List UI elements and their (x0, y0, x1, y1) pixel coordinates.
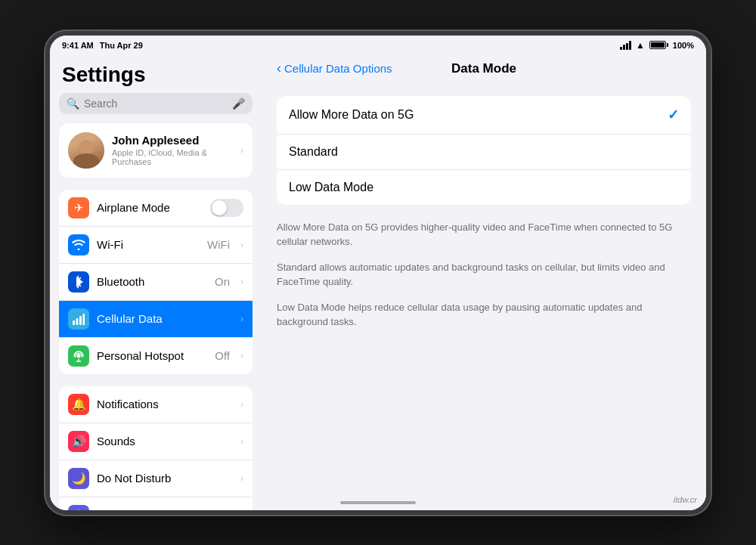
sidebar-item-personal-hotspot[interactable]: Personal Hotspot Off › (59, 338, 253, 374)
time-display: 9:41 AM (62, 41, 94, 50)
nav-title: Data Mode (451, 61, 516, 76)
hotspot-value: Off (215, 349, 230, 362)
description-standard: Standard allows automatic updates and ba… (277, 260, 691, 290)
profile-info: John Appleseed Apple ID, iCloud, Media &… (112, 134, 233, 166)
sidebar-item-screen-time[interactable]: ⏱ Screen Time › (59, 497, 253, 510)
description-standard-text: Standard allows automatic updates and ba… (277, 260, 691, 290)
wifi-chevron-icon: › (240, 240, 243, 250)
bluetooth-value: On (215, 275, 230, 288)
cellular-chevron-icon: › (240, 314, 243, 324)
search-input[interactable] (84, 98, 228, 110)
do-not-disturb-chevron-icon: › (240, 473, 243, 484)
status-left: 9:41 AM Thu Apr 29 (62, 41, 143, 50)
bluetooth-chevron-icon: › (240, 277, 243, 287)
wifi-icon (68, 234, 89, 255)
option-allow-more-5g[interactable]: Allow More Data on 5G ✓ (277, 96, 691, 135)
status-bar: 9:41 AM Thu Apr 29 ▲ 100% (50, 36, 706, 54)
search-bar[interactable]: 🔍 🎤 (59, 93, 253, 114)
airplane-mode-toggle[interactable] (210, 199, 243, 217)
side-button[interactable] (709, 149, 711, 194)
back-chevron-icon: ‹ (277, 60, 281, 76)
option-label-standard: Standard (289, 145, 679, 159)
profile-card[interactable]: John Appleseed Apple ID, iCloud, Media &… (59, 123, 253, 178)
bluetooth-icon (68, 271, 89, 293)
signal-icon (620, 41, 631, 50)
profile-chevron-icon: › (240, 145, 243, 156)
main-content: Settings 🔍 🎤 John Appleseed Apple ID, iC… (50, 54, 706, 510)
avatar (68, 132, 104, 169)
option-standard[interactable]: Standard (277, 135, 691, 170)
description-5g: Allow More Data on 5G provides higher-qu… (277, 220, 691, 249)
data-mode-options: Allow More Data on 5G ✓ Standard Low Dat… (277, 96, 691, 205)
sidebar-item-do-not-disturb[interactable]: 🌙 Do Not Disturb › (59, 460, 253, 497)
right-panel-content: Allow More Data on 5G ✓ Standard Low Dat… (262, 84, 706, 510)
svg-point-6 (77, 354, 81, 358)
battery-percent: 100% (673, 41, 694, 50)
airplane-mode-label: Airplane Mode (97, 201, 203, 214)
do-not-disturb-label: Do Not Disturb (97, 472, 233, 485)
ipad-frame: 9:41 AM Thu Apr 29 ▲ 100% Settings (45, 31, 711, 515)
right-panel: ‹ Cellular Data Options Data Mode Allow … (262, 54, 706, 510)
screen-time-label: Screen Time (97, 509, 233, 510)
notifications-icon: 🔔 (68, 394, 89, 415)
back-button[interactable]: ‹ Cellular Data Options (277, 60, 392, 76)
option-low-data[interactable]: Low Data Mode (277, 170, 691, 205)
svg-rect-2 (73, 320, 75, 325)
sidebar-item-wifi[interactable]: Wi-Fi WiFi › (59, 227, 253, 264)
sounds-chevron-icon: › (240, 436, 243, 447)
cellular-data-icon (68, 308, 89, 330)
sidebar-title: Settings (50, 54, 262, 93)
svg-rect-5 (83, 314, 85, 325)
profile-subtitle: Apple ID, iCloud, Media & Purchases (112, 148, 233, 166)
microphone-icon[interactable]: 🎤 (232, 98, 245, 110)
svg-rect-4 (79, 316, 82, 325)
sidebar-item-airplane-mode[interactable]: ✈ Airplane Mode (59, 190, 253, 227)
hotspot-label: Personal Hotspot (97, 349, 207, 362)
settings-group-system: 🔔 Notifications › 🔊 Sounds › 🌙 Do Not Di… (59, 386, 253, 510)
hotspot-chevron-icon: › (240, 351, 243, 361)
svg-rect-3 (76, 318, 79, 325)
sidebar-item-sounds[interactable]: 🔊 Sounds › (59, 423, 253, 460)
notifications-chevron-icon: › (240, 399, 243, 410)
search-icon: 🔍 (67, 98, 79, 110)
home-indicator (340, 501, 416, 504)
sidebar-item-cellular-data[interactable]: Cellular Data › (59, 301, 253, 338)
sidebar-item-notifications[interactable]: 🔔 Notifications › (59, 386, 253, 423)
battery-icon (649, 41, 668, 49)
wifi-value: WiFi (207, 238, 230, 251)
notifications-label: Notifications (97, 398, 233, 410)
checkmark-icon: ✓ (668, 107, 679, 123)
cellular-data-label: Cellular Data (97, 312, 233, 325)
settings-group-network: ✈ Airplane Mode Wi-Fi WiFi › (59, 190, 253, 374)
screen-time-icon: ⏱ (68, 505, 89, 510)
description-low-data-text: Low Data Mode helps reduce cellular data… (277, 300, 691, 330)
profile-name: John Appleseed (112, 134, 233, 147)
wifi-label: Wi-Fi (97, 238, 200, 251)
back-label: Cellular Data Options (284, 62, 392, 75)
hotspot-icon (68, 345, 89, 367)
do-not-disturb-icon: 🌙 (68, 468, 89, 489)
nav-header: ‹ Cellular Data Options Data Mode (262, 54, 706, 84)
sounds-icon: 🔊 (68, 431, 89, 452)
status-right: ▲ 100% (620, 40, 694, 51)
bluetooth-label: Bluetooth (97, 275, 207, 288)
description-low-data: Low Data Mode helps reduce cellular data… (277, 300, 691, 330)
wifi-status-icon: ▲ (636, 40, 645, 51)
watermark: itdw.cr (674, 495, 697, 504)
description-5g-text: Allow More Data on 5G provides higher-qu… (277, 220, 691, 249)
option-label-5g: Allow More Data on 5G (289, 108, 668, 122)
airplane-mode-icon: ✈ (68, 197, 89, 218)
option-label-low-data: Low Data Mode (289, 181, 679, 194)
sounds-label: Sounds (97, 435, 233, 447)
date-display: Thu Apr 29 (100, 41, 143, 50)
sidebar-item-bluetooth[interactable]: Bluetooth On › (59, 264, 253, 301)
sidebar: Settings 🔍 🎤 John Appleseed Apple ID, iC… (50, 54, 262, 510)
